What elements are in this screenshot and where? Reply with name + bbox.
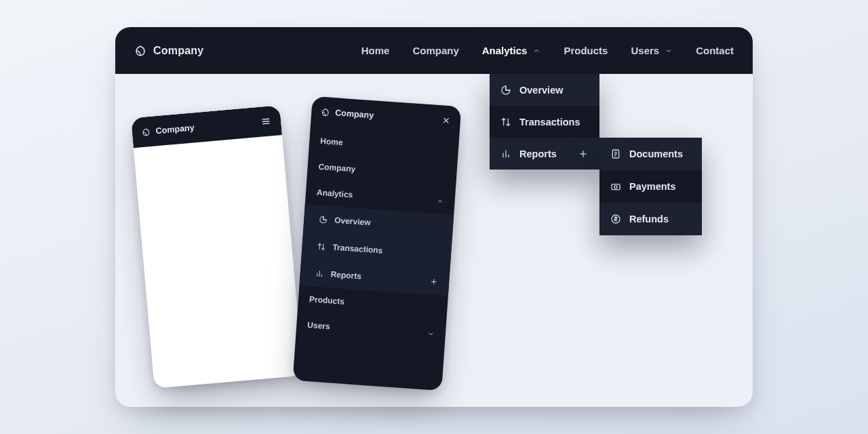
transfer-icon [317, 241, 326, 251]
dd-overview[interactable]: Overview [490, 74, 599, 106]
plus-icon [429, 277, 439, 286]
nav-home[interactable]: Home [361, 45, 390, 56]
mobile-topbar: Company [131, 105, 282, 148]
nav-contact[interactable]: Contact [696, 45, 734, 56]
dd-refunds[interactable]: Refunds [599, 203, 702, 235]
mobile-preview-collapsed: Company [131, 105, 303, 389]
dd-payments[interactable]: Payments [599, 170, 702, 203]
nav-items: Home Company Analytics Products Users Co… [361, 45, 734, 56]
reports-dropdown: Documents Payments Refunds [599, 138, 702, 235]
mobile-brand[interactable]: Company [141, 123, 195, 137]
hamburger-icon[interactable] [260, 115, 271, 127]
nav-company[interactable]: Company [412, 45, 458, 56]
mobile-analytics-sub: Overview Transactions Reports [299, 204, 454, 296]
mobile-preview-expanded: Company Home Company Analytics Overview … [293, 96, 462, 391]
mobile-menu-list: Home Company Analytics Overview Transact… [296, 126, 459, 349]
nav-users[interactable]: Users [631, 45, 673, 56]
chevron-up-icon [532, 47, 540, 55]
document-icon [610, 149, 621, 159]
transfer-icon [500, 117, 511, 127]
navbar: Company Home Company Analytics Products … [115, 27, 753, 74]
chevron-down-icon [665, 47, 673, 55]
pie-icon [319, 214, 328, 224]
chevron-down-icon [427, 330, 435, 338]
app-card: Company Home Company Analytics Products … [115, 27, 753, 407]
bar-chart-icon [315, 269, 324, 278]
analytics-dropdown: Overview Transactions Reports [490, 74, 599, 170]
pie-icon [500, 85, 511, 96]
camera-icon [610, 181, 621, 192]
brand[interactable]: Company [134, 45, 203, 57]
bar-chart-icon [500, 149, 511, 159]
dd-documents[interactable]: Documents [599, 138, 702, 170]
chevron-up-icon [436, 197, 444, 205]
dollar-circle-icon [610, 214, 621, 224]
leaf-icon [321, 107, 330, 117]
svg-point-2 [614, 186, 617, 189]
brand-label: Company [153, 45, 203, 57]
leaf-icon [141, 127, 151, 136]
mobile-brand-open[interactable]: Company [321, 107, 374, 120]
leaf-icon [134, 45, 146, 57]
close-icon[interactable] [441, 115, 451, 125]
svg-rect-1 [612, 184, 620, 190]
nav-analytics[interactable]: Analytics [482, 45, 541, 56]
dd-transactions[interactable]: Transactions [490, 106, 599, 138]
nav-products[interactable]: Products [564, 45, 608, 56]
dd-reports[interactable]: Reports [490, 138, 599, 170]
plus-icon [578, 149, 589, 159]
